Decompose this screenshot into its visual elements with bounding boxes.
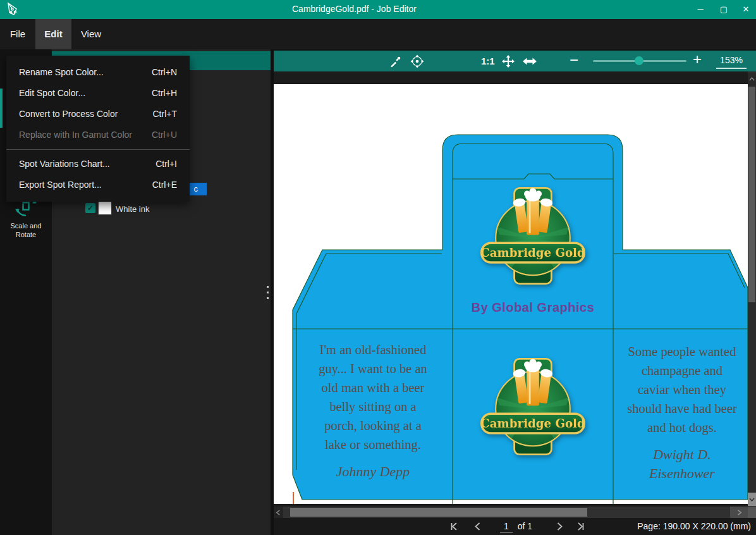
horizontal-scroll-thumb[interactable] xyxy=(290,508,587,517)
next-page-button[interactable] xyxy=(554,522,564,531)
canvas-toolbar: 1:1 − + 153% xyxy=(274,51,756,71)
menu-item-replace-with-in-gamut-color: Replace with In Gamut Color Ctrl+U xyxy=(6,125,190,145)
menu-item-spot-variations-chart[interactable]: Spot Variations Chart... Ctrl+I xyxy=(6,154,190,175)
shortcut: Ctrl+E xyxy=(152,175,177,195)
panel-splitter-handle[interactable] xyxy=(267,286,269,303)
white-ink-swatch xyxy=(98,201,112,215)
pan-center-icon[interactable] xyxy=(410,54,425,69)
zoom-input-underline xyxy=(716,68,747,69)
pdf-page: Cambridge Gold xyxy=(274,84,748,504)
edit-menu-dropdown: Rename Spot Color... Ctrl+N Edit Spot Co… xyxy=(6,56,190,202)
minimize-button[interactable]: ─ xyxy=(692,1,709,18)
logo-banner-text: Cambridge Gold xyxy=(480,417,585,430)
splitter-dot xyxy=(267,292,269,293)
page-number-field[interactable]: 1 of 1 xyxy=(500,521,532,531)
zoom-out-button[interactable]: − xyxy=(570,54,578,66)
menu-item-edit-spot-color[interactable]: Edit Spot Color... Ctrl+H xyxy=(6,83,190,104)
previous-page-button[interactable] xyxy=(473,522,483,531)
scroll-down-button[interactable] xyxy=(748,493,756,506)
shortcut: Ctrl+T xyxy=(153,104,178,125)
right-quote: Some people wanted champagne and caviar … xyxy=(609,342,748,483)
arrow-up-icon xyxy=(749,77,755,82)
one-to-one-button[interactable]: 1:1 xyxy=(481,56,495,66)
scroll-up-button[interactable] xyxy=(748,73,756,85)
menu-view[interactable]: View xyxy=(75,19,107,49)
white-ink-checkbox[interactable]: ✓ xyxy=(85,203,95,213)
scrollbar-corner xyxy=(748,507,756,518)
menu-file[interactable]: File xyxy=(3,19,33,49)
window-title: CambridgeGold.pdf - Job Editor xyxy=(292,4,417,14)
tagline-text: By Global Graphics xyxy=(442,300,623,315)
scroll-left-button[interactable] xyxy=(274,507,283,518)
page-number-input[interactable]: 1 xyxy=(500,521,513,532)
menubar: File Edit View xyxy=(0,19,756,49)
fit-width-icon[interactable] xyxy=(522,56,537,67)
arrow-left-icon xyxy=(276,510,281,515)
shortcut: Ctrl+I xyxy=(155,154,177,175)
maximize-button[interactable]: ▢ xyxy=(715,1,733,18)
left-quote: I'm an old-fashioned guy... I want to be… xyxy=(297,340,449,481)
menu-separator xyxy=(6,149,190,150)
menu-edit[interactable]: Edit xyxy=(35,19,71,49)
page-size-label: Page: 190.00 X 220.00 (mm) xyxy=(637,521,751,531)
titlebar: CambridgeGold.pdf - Job Editor ─ ▢ ✕ xyxy=(0,0,756,19)
document-viewport[interactable]: Cambridge Gold xyxy=(274,71,748,507)
sidebar-item-label: Scale and Rotate xyxy=(6,221,46,239)
vertical-scrollbar[interactable] xyxy=(748,71,756,507)
splitter-dot xyxy=(267,286,269,288)
arrow-down-icon xyxy=(749,496,755,502)
last-page-button[interactable] xyxy=(575,522,585,531)
page-count-label: of 1 xyxy=(518,521,532,531)
left-quote-attribution: Johnny Depp xyxy=(297,462,449,481)
menu-item-convert-to-process-color[interactable]: Convert to Process Color Ctrl+T xyxy=(6,104,190,125)
eyedropper-icon[interactable] xyxy=(389,54,403,68)
zoom-slider-thumb[interactable] xyxy=(635,56,643,65)
zoom-in-button[interactable]: + xyxy=(693,53,702,66)
splitter-dot xyxy=(267,297,269,299)
active-tool-indicator xyxy=(0,89,3,128)
horizontal-scrollbar[interactable] xyxy=(274,507,756,518)
fit-page-icon[interactable] xyxy=(501,54,515,68)
scroll-right-button[interactable] xyxy=(730,507,748,518)
white-ink-label: White ink xyxy=(116,204,149,214)
logo-banner-text: Cambridge Gold xyxy=(480,246,585,259)
vertical-scroll-thumb[interactable] xyxy=(748,87,755,302)
zoom-percent-input[interactable]: 153% xyxy=(716,55,747,65)
statusbar: 1 of 1 Page: 190.00 X 220.00 (mm) xyxy=(274,518,756,535)
close-button[interactable]: ✕ xyxy=(737,1,755,18)
shortcut: Ctrl+H xyxy=(152,83,177,104)
menu-item-rename-spot-color[interactable]: Rename Spot Color... Ctrl+N xyxy=(6,62,190,83)
shortcut: Ctrl+N xyxy=(152,62,177,83)
app-logo-icon xyxy=(6,2,21,17)
arrow-right-icon xyxy=(736,510,742,515)
right-quote-attribution: Dwight D. xyxy=(609,445,748,464)
shortcut: Ctrl+U xyxy=(152,125,177,145)
first-page-button[interactable] xyxy=(449,522,460,531)
menu-item-export-spot-report[interactable]: Export Spot Report... Ctrl+E xyxy=(6,175,190,195)
